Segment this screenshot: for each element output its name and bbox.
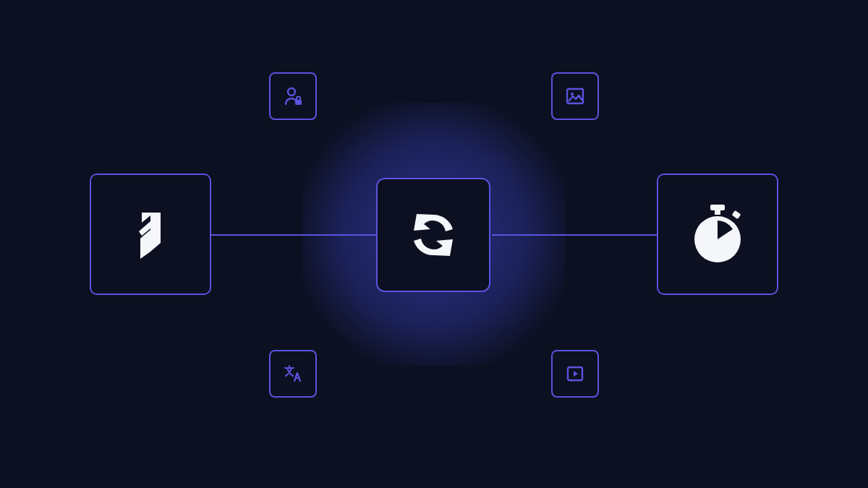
sync-icon <box>407 208 460 262</box>
svg-point-4 <box>288 88 295 95</box>
node-video <box>551 350 599 398</box>
svg-rect-2 <box>732 210 741 219</box>
diagram-stage <box>0 0 868 488</box>
image-icon <box>565 86 585 106</box>
svg-point-7 <box>571 93 574 95</box>
node-source <box>90 174 211 295</box>
brand-logo-icon <box>129 207 172 262</box>
svg-rect-1 <box>715 209 720 215</box>
node-image <box>551 72 599 120</box>
video-play-icon <box>565 364 585 384</box>
connector-left <box>211 234 376 236</box>
translate-icon <box>282 363 304 385</box>
node-hub <box>376 178 490 292</box>
node-user-lock <box>269 72 317 120</box>
node-target <box>657 174 778 295</box>
node-translate <box>269 350 317 398</box>
stopwatch-icon <box>689 203 746 265</box>
connector-right <box>492 234 657 236</box>
svg-rect-5 <box>295 100 302 105</box>
user-lock-icon <box>282 85 304 107</box>
